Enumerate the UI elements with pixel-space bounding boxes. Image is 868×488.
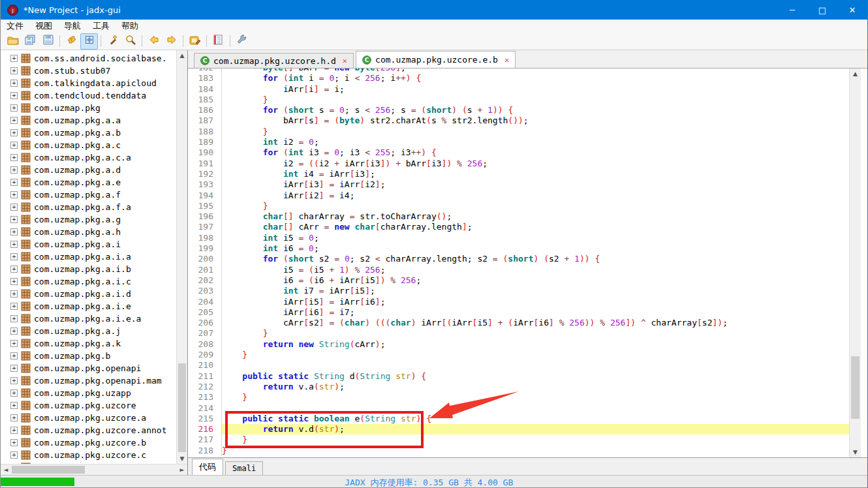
code-line[interactable]: 217 } [188, 435, 849, 445]
scroll-left-icon[interactable]: ◄ [1, 465, 11, 475]
code-line[interactable]: 198 int i5 = 0; [188, 233, 849, 243]
tree-item[interactable]: +com.uzmap.pkg.a.i.b [1, 263, 176, 275]
code-line[interactable]: 187 bArr[s] = (byte) str2.charAt(s % str… [188, 115, 849, 126]
code-line[interactable]: 206 cArr[s2] = (char) (((char) iArr[(iAr… [188, 318, 849, 328]
tree-item[interactable]: +com.uzmap.pkg.a.i.e.a [1, 313, 176, 325]
tree-horizontal-scrollbar[interactable]: ◄ ► [1, 464, 187, 475]
code-line[interactable]: 182 byte[] bArr = new byte[256]; [188, 69, 849, 73]
lock-edit-button[interactable] [186, 33, 204, 50]
tree-item[interactable]: +com.uzmap.pkg.openapi.mam [1, 374, 176, 387]
expand-plus-icon[interactable]: + [10, 451, 18, 459]
search-button[interactable] [121, 33, 139, 50]
expand-plus-icon[interactable]: + [10, 55, 18, 62]
menu-item-5[interactable]: 帮助 [116, 20, 144, 33]
expand-plus-icon[interactable]: + [10, 216, 18, 223]
code-line[interactable]: 218} [188, 446, 849, 456]
code-line[interactable]: 209 } [188, 350, 849, 360]
deobfuscation-button[interactable] [104, 33, 121, 50]
code-line[interactable]: 183 for (int i = 0; i < 256; i++) { [188, 73, 849, 84]
menu-item-3[interactable]: 导航 [58, 20, 87, 33]
code-line[interactable]: 196 char[] charArray = str.toCharArray()… [188, 211, 849, 222]
tree-item[interactable]: +com.uzmap.pkg.a.c [1, 139, 176, 151]
code-line[interactable]: 208 return new String(cArr); [188, 339, 849, 350]
code-line[interactable]: 197 char[] cArr = new char[charArray.len… [188, 222, 849, 232]
code-line[interactable]: 192 int i4 = iArr[i3]; [188, 169, 849, 179]
expand-plus-icon[interactable]: + [10, 439, 18, 446]
code-line[interactable]: 212 return v.a(str); [188, 382, 849, 392]
open-file-button[interactable] [4, 33, 22, 50]
expand-plus-icon[interactable]: + [10, 253, 18, 260]
code-line[interactable]: 185 } [188, 95, 849, 105]
expand-plus-icon[interactable]: + [10, 191, 18, 198]
code-line[interactable]: 215 public static boolean e(String str) … [188, 414, 849, 424]
expand-plus-icon[interactable]: + [10, 402, 18, 409]
tree-item[interactable]: +com.uzmap.pkg [1, 102, 176, 114]
tree-item[interactable]: +com.uzmap.pkg.a.j [1, 325, 176, 337]
expand-plus-icon[interactable]: + [10, 154, 18, 161]
tree-item[interactable]: +com.ss.android.socialbase. [1, 52, 176, 65]
code-line[interactable]: 205 iArr[i6] = i7; [188, 307, 849, 318]
tree-item[interactable]: +com.uzmap.pkg.a.k [1, 337, 176, 350]
tree-item[interactable]: +com.uzmap.pkg.a.i [1, 238, 176, 251]
expand-plus-icon[interactable]: + [10, 427, 18, 434]
menu-item-2[interactable]: 视图 [29, 20, 58, 33]
tree-vscroll-thumb[interactable] [178, 363, 186, 452]
preferences-button[interactable] [233, 33, 251, 50]
expand-plus-icon[interactable]: + [10, 340, 18, 347]
expand-plus-icon[interactable]: + [10, 104, 18, 112]
flat-packages-button[interactable] [80, 33, 98, 50]
tree-item[interactable]: +com.uzmap.pkg.uzcore.c [1, 449, 176, 461]
tree-item[interactable]: +com.uzmap.pkg.a.f [1, 189, 176, 201]
tab-close-icon[interactable]: ✕ [343, 56, 347, 65]
tree-item[interactable]: +com.uzmap.pkg.a.b [1, 127, 176, 139]
editor-vertical-scrollbar[interactable]: ▲ ▼ [849, 69, 861, 457]
code-line[interactable]: 214 [188, 403, 849, 414]
code-line[interactable]: 201 i5 = (i5 + 1) % 256; [188, 265, 849, 275]
expand-plus-icon[interactable]: + [10, 266, 18, 273]
expand-plus-icon[interactable]: + [10, 352, 18, 359]
expand-plus-icon[interactable]: + [10, 365, 18, 372]
scroll-down-icon[interactable]: ▼ [177, 453, 187, 464]
code-viewport[interactable]: 182 byte[] bArr = new byte[256];183 for … [188, 69, 849, 457]
tree-item[interactable]: +com.uzmap.pkg.uzcore.a [1, 412, 176, 424]
expand-plus-icon[interactable]: + [10, 166, 18, 174]
code-line[interactable]: 186 for (short s = 0; s < 256; s = (shor… [188, 105, 849, 115]
expand-plus-icon[interactable]: + [10, 241, 18, 248]
code-line[interactable]: 203 int i7 = iArr[i5]; [188, 286, 849, 296]
tree-item[interactable]: +com.uzmap.pkg.a.f.a [1, 201, 176, 213]
code-line[interactable]: 204 iArr[i5] = iArr[i6]; [188, 297, 849, 307]
code-line[interactable]: 213 } [188, 392, 849, 403]
code-line[interactable]: 188 } [188, 127, 849, 137]
bottom-tab-代码[interactable]: 代码 [192, 459, 223, 475]
expand-plus-icon[interactable]: + [10, 328, 18, 335]
tree-item[interactable]: +com.uzmap.pkg.a.c.a [1, 151, 176, 164]
expand-plus-icon[interactable]: + [10, 278, 18, 285]
menu-item-1[interactable]: 文件 [1, 20, 29, 33]
scroll-up-icon[interactable]: ▲ [177, 50, 187, 61]
expand-plus-icon[interactable]: + [10, 303, 18, 310]
tree-item[interactable]: +com.tendcloud.tenddata [1, 89, 176, 102]
tree-item[interactable]: +com.uzmap.pkg.a.i.a [1, 251, 176, 263]
expand-plus-icon[interactable]: + [10, 117, 18, 124]
expand-plus-icon[interactable]: + [10, 389, 18, 397]
expand-plus-icon[interactable]: + [10, 80, 18, 87]
editor-tab[interactable]: Ccom.uzmap.pkg.uzcore.e.b✕ [356, 51, 516, 68]
tree-item[interactable]: +com.uzmap.pkg.uzcore.b [1, 436, 176, 449]
code-line[interactable]: 207 } [188, 328, 849, 339]
expand-plus-icon[interactable]: + [10, 67, 18, 74]
expand-plus-icon[interactable]: + [10, 315, 18, 322]
tree-hscroll-thumb[interactable] [12, 466, 85, 474]
expand-plus-icon[interactable]: + [10, 129, 18, 136]
tree-item[interactable]: +com.uzmap.pkg.a.a [1, 114, 176, 127]
tree-item[interactable]: +com.uzmap.pkg.a.i.d [1, 288, 176, 300]
tree-item[interactable]: +com.talkingdata.apicloud [1, 77, 176, 89]
expand-plus-icon[interactable]: + [10, 179, 18, 186]
expand-plus-icon[interactable]: + [10, 290, 18, 297]
tree-item[interactable]: +com.uzmap.pkg.a.g [1, 213, 176, 226]
save-button[interactable] [39, 33, 57, 50]
nav-back-button[interactable] [145, 33, 163, 50]
code-line[interactable]: 184 iArr[i] = i; [188, 84, 849, 95]
sync-button[interactable] [63, 33, 80, 50]
code-line[interactable]: 199 int i6 = 0; [188, 243, 849, 254]
close-button[interactable]: ✕ [837, 0, 867, 20]
